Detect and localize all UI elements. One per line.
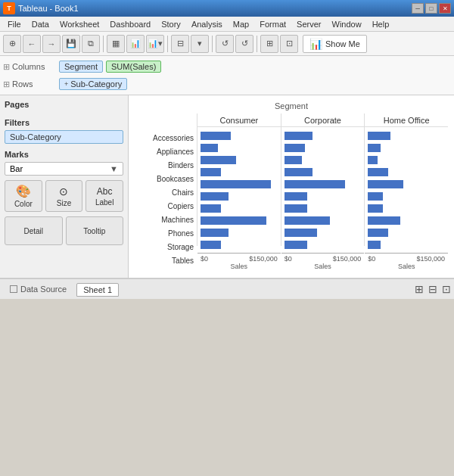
- columns-pill-sales[interactable]: SUM(Sales): [106, 61, 161, 73]
- corporate-axis-min: $0: [285, 255, 292, 263]
- refresh2-button[interactable]: ↺: [235, 35, 253, 53]
- bar-fill: [285, 241, 307, 249]
- left-panel: Pages Filters Sub-Category Marks Bar ▼ 🎨…: [0, 95, 129, 278]
- datasource-checkbox: [10, 285, 17, 293]
- show-me-button[interactable]: 📊 Show Me: [303, 35, 367, 53]
- consumer-header: Consumer: [197, 114, 281, 127]
- toolbar-sep-3: [212, 36, 213, 52]
- bar-fill: [285, 144, 305, 152]
- pages-section: Pages: [5, 100, 123, 112]
- bar-fill: [285, 168, 313, 176]
- menu-map[interactable]: Map: [229, 18, 253, 30]
- chart-segment-header: Segment: [135, 101, 448, 110]
- marks-tooltip-label: Tooltip: [83, 227, 105, 235]
- bar-fill: [368, 192, 383, 201]
- marks-color-button[interactable]: 🎨 Color: [5, 180, 42, 212]
- refresh-button[interactable]: ↺: [216, 35, 234, 53]
- menu-server[interactable]: Server: [292, 18, 325, 30]
- bar-row: [368, 179, 445, 189]
- menu-data[interactable]: Data: [27, 18, 54, 30]
- row-label: Appliances: [135, 145, 197, 157]
- bar-fill: [368, 156, 378, 164]
- filter-button[interactable]: ⊟: [171, 35, 189, 53]
- bottom-bar: Data Source Sheet 1 ⊞ ⊟ ⊡: [0, 278, 454, 299]
- row-label: Machines: [135, 213, 197, 226]
- chart2-button[interactable]: 📊▾: [146, 35, 164, 53]
- homeoffice-section: Home Office $0 $150,000 Sales: [364, 114, 448, 246]
- rows-pill-subcategory[interactable]: + Sub-Category: [59, 78, 127, 90]
- bar-row: [201, 154, 278, 165]
- homeoffice-axis-min: $0: [368, 255, 375, 263]
- shelf-area: ⊞ Columns Segment SUM(Sales) ⊞ Rows + Su…: [0, 56, 454, 95]
- back-button[interactable]: ←: [23, 35, 41, 53]
- new-sheet-icon[interactable]: ⊞: [415, 283, 424, 295]
- view-button[interactable]: ▦: [107, 35, 125, 53]
- new-dashboard-icon[interactable]: ⊟: [428, 283, 437, 295]
- menu-analysis[interactable]: Analysis: [187, 18, 227, 30]
- marks-size-button[interactable]: ⊙ Size: [45, 180, 83, 212]
- bar-row: [201, 179, 278, 189]
- present2-button[interactable]: ⊡: [280, 35, 298, 53]
- menu-worksheet[interactable]: Worksheet: [55, 18, 104, 30]
- bar-row: [368, 142, 445, 153]
- menu-bar: File Data Worksheet Dashboard Story Anal…: [0, 17, 454, 32]
- menu-help[interactable]: Help: [368, 18, 394, 30]
- bar-row: [285, 166, 362, 177]
- close-button[interactable]: ✕: [439, 3, 451, 14]
- menu-window[interactable]: Window: [328, 18, 366, 30]
- bar-row: [368, 154, 445, 165]
- chart-button[interactable]: 📊: [126, 35, 145, 53]
- datasource-label: Data Source: [20, 285, 67, 294]
- bar-row: [368, 227, 445, 238]
- size-icon: ⊙: [59, 185, 68, 198]
- row-label: Chairs: [135, 186, 197, 198]
- save-button[interactable]: 💾: [62, 35, 80, 53]
- menu-dashboard[interactable]: Dashboard: [105, 18, 155, 30]
- bar-fill: [285, 216, 330, 225]
- rows-pill-icon: +: [64, 80, 68, 88]
- menu-story[interactable]: Story: [157, 18, 185, 30]
- marks-type-dropdown[interactable]: Bar ▼: [5, 162, 123, 176]
- marks-detail-label: Detail: [23, 227, 43, 235]
- bar-fill: [201, 168, 221, 176]
- tab-datasource[interactable]: Data Source: [3, 282, 73, 296]
- toolbar-sep-4: [257, 36, 257, 52]
- marks-type-label: Bar: [10, 164, 23, 173]
- bar-fill: [368, 216, 400, 225]
- marks-size-label: Size: [57, 199, 71, 207]
- bar-fill: [368, 144, 381, 152]
- restore-button[interactable]: □: [425, 3, 437, 14]
- marks-row2: Detail Tooltip: [5, 216, 123, 245]
- filter2-button[interactable]: ▾: [191, 35, 209, 53]
- duplicate-button[interactable]: ⧉: [82, 35, 100, 53]
- row-label: Tables: [135, 254, 197, 266]
- filter-subcategory[interactable]: Sub-Category: [5, 130, 123, 144]
- marks-detail-button[interactable]: Detail: [5, 216, 63, 245]
- bar-fill: [201, 241, 221, 249]
- new-story-icon[interactable]: ⊡: [442, 283, 451, 295]
- corporate-axis: $0 $150,000 Sales: [281, 253, 365, 272]
- bar-row: [201, 239, 278, 250]
- minimize-button[interactable]: ─: [412, 3, 424, 14]
- menu-format[interactable]: Format: [255, 18, 291, 30]
- bar-row: [285, 203, 362, 213]
- bar-row: [368, 166, 445, 177]
- window-title: Tableau - Book1: [18, 4, 79, 13]
- row-label: Binders: [135, 159, 197, 171]
- forward-button[interactable]: →: [42, 35, 61, 53]
- columns-pill-segment[interactable]: Segment: [59, 61, 103, 73]
- marks-label-button[interactable]: Abc Label: [86, 180, 123, 212]
- tab-sheet1[interactable]: Sheet 1: [76, 283, 119, 297]
- corporate-bars: [281, 127, 365, 253]
- menu-file[interactable]: File: [3, 18, 26, 30]
- bar-fill: [368, 204, 383, 213]
- bar-fill: [368, 229, 388, 237]
- present-button[interactable]: ⊞: [260, 35, 278, 53]
- new-button[interactable]: ⊕: [3, 35, 21, 53]
- bar-fill: [201, 192, 229, 201]
- bar-row: [368, 130, 445, 141]
- row-label: Bookcases: [135, 173, 197, 185]
- bar-row: [201, 130, 278, 141]
- bar-row: [368, 215, 445, 226]
- marks-tooltip-button[interactable]: Tooltip: [66, 216, 124, 245]
